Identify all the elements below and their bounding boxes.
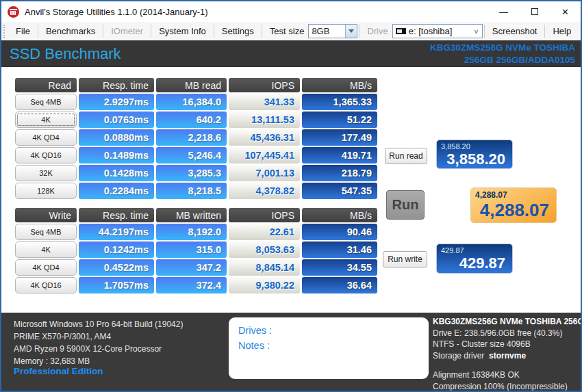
menu-separator [151, 25, 151, 38]
chevron-down-icon: ˅ [470, 27, 481, 36]
read-row-4kqd4-button[interactable]: 4K QD4 [15, 129, 77, 146]
write-row-seq4mb-button[interactable]: Seq 4MB [15, 224, 77, 240]
drive-capacity: Drive E: 238.5/96.0GB free (40.3%) [433, 328, 582, 339]
read-4kqd4-mbs: 177.49 [302, 129, 377, 146]
write-4k-mbs: 31.46 [302, 241, 377, 258]
read-score-box: 3,858.20 3,858.20 [436, 140, 513, 169]
maximize-button[interactable] [519, 1, 550, 22]
read-seq4mb-resp: 2.9297ms [79, 94, 154, 110]
read-seq4mb-mb: 16,384.0 [156, 94, 227, 110]
dropdown-arrow-icon[interactable] [345, 25, 357, 38]
driver-prefix: Storage driver [433, 351, 484, 361]
read-table: Read Resp. time MB read IOPS MB/s Seq 4M… [15, 78, 377, 199]
read-header-mbs: MB/s [302, 78, 377, 92]
read-header-iops: IOPS [229, 78, 300, 92]
read-4kqd4-mb: 2,218.6 [156, 129, 227, 146]
minimize-button[interactable]: — [488, 1, 519, 22]
menu-settings[interactable]: Settings [216, 26, 260, 36]
test-size-value: 8GB [309, 26, 345, 36]
app-icon [8, 6, 19, 18]
drive-label: Drive [361, 26, 392, 36]
write-seq4mb-resp: 44.2197ms [79, 224, 154, 240]
benchmark-header-band: SSD Benchmark KBG30ZMS256G NVMe TOSHIBA … [1, 40, 581, 67]
read-4kqd16-iops: 107,445.41 [229, 147, 300, 164]
read-128k-resp: 0.2284ms [79, 183, 154, 199]
write-4k-resp: 0.1242ms [79, 241, 154, 258]
read-score-small: 3,858.20 [437, 140, 512, 151]
read-32k-iops: 7,001.13 [229, 165, 300, 181]
read-header-mb: MB read [156, 78, 227, 92]
read-row-128k-button[interactable]: 128K [15, 183, 77, 199]
drives-notes-box[interactable]: Drives : Notes : [229, 317, 429, 379]
menu-iometer: IOmeter [105, 26, 149, 36]
read-32k-mb: 3,285.3 [156, 165, 227, 181]
run-write-button[interactable]: Run write [383, 251, 427, 267]
write-row-4kqd16-button[interactable]: 4K QD16 [15, 277, 77, 293]
close-button[interactable]: ✕ [550, 1, 581, 22]
total-score-box: 4,288.07 4,288.07 [470, 187, 557, 223]
write-row-4k-button[interactable]: 4K [15, 241, 77, 258]
read-header-resp: Resp. time [79, 78, 154, 92]
write-4kqd16-mb: 372.4 [156, 277, 227, 293]
menu-benchmarks[interactable]: Benchmarks [40, 26, 101, 36]
os-info: Microsoft Windows 10 Pro 64-bit Build (1… [14, 319, 183, 329]
drive-filesystem: NTFS - Cluster size 4096B [433, 339, 582, 350]
write-4k-iops: 8,053.63 [229, 241, 300, 258]
drive-icon [396, 28, 406, 34]
menu-separator [262, 25, 262, 38]
write-row-4kqd4-button[interactable]: 4K QD4 [15, 259, 77, 276]
write-score-box: 429.87 429.87 [436, 244, 513, 274]
read-row-seq4mb-button[interactable]: Seq 4MB [15, 94, 77, 110]
read-seq4mb-iops: 341.33 [229, 94, 300, 110]
read-4k-resp: 0.0763ms [79, 112, 154, 128]
menu-separator [359, 25, 359, 38]
menu-system-info[interactable]: System Info [153, 26, 212, 36]
drive-alignment: Alignment 16384KB OK [433, 369, 582, 381]
read-row-32k-button[interactable]: 32K [15, 165, 77, 181]
device-line1: KBG30ZMS256G NVMe TOSHIBA [430, 42, 575, 54]
read-score-value: 3,858.20 [437, 151, 512, 171]
read-128k-mb: 8,218.5 [156, 183, 227, 199]
write-header-mbs: MB/s [302, 208, 377, 222]
write-4kqd16-iops: 9,380.22 [229, 277, 300, 293]
read-row-4k-button[interactable]: 4K [15, 112, 77, 128]
menu-separator [38, 25, 38, 38]
drive-details: KBG30ZMS256G NVMe TOSHIBA 256GB Drive E:… [433, 316, 582, 392]
write-header-iops: IOPS [229, 208, 300, 222]
cpu-info: AMD Ryzen 9 5900X 12-Core Processor [14, 344, 162, 354]
menu-bar: File Benchmarks IOmeter System Info Sett… [1, 22, 581, 40]
drive-select[interactable]: e: [toshiba] ˅ [392, 24, 483, 38]
read-4kqd4-iops: 45,436.31 [229, 129, 300, 146]
read-4k-mbs: 51.22 [302, 112, 377, 128]
run-button[interactable]: Run [386, 190, 425, 220]
window-title: Anvil's Storage Utilities 1.1.0 (2014-Ja… [25, 7, 208, 17]
read-32k-resp: 0.1428ms [79, 165, 154, 181]
write-seq4mb-mbs: 90.46 [302, 224, 377, 240]
drive-model: KBG30ZMS256G NVMe TOSHIBA 256GB [433, 316, 582, 328]
read-4k-iops: 13,111.53 [229, 112, 300, 128]
write-4kqd4-mbs: 34.55 [302, 259, 377, 276]
menu-screenshot[interactable]: Screenshot [486, 26, 544, 36]
read-4kqd16-mb: 5,246.4 [156, 147, 227, 164]
edition-label: Professional Edition [14, 366, 103, 376]
device-info: KBG30ZMS256G NVMe TOSHIBA 256GB 256GB/AD… [430, 42, 575, 66]
menu-separator [103, 25, 103, 38]
total-score-small: 4,288.07 [471, 188, 556, 200]
write-4kqd16-resp: 1.7057ms [79, 277, 154, 293]
read-seq4mb-mbs: 1,365.33 [302, 94, 377, 110]
notes-label: Notes : [238, 338, 429, 353]
test-size-select[interactable]: 8GB [308, 24, 357, 38]
write-4kqd4-resp: 0.4522ms [79, 259, 154, 276]
title-bar: Anvil's Storage Utilities 1.1.0 (2014-Ja… [1, 1, 581, 22]
write-4k-mb: 315.0 [156, 241, 227, 258]
read-4kqd16-mbs: 419.71 [302, 147, 377, 164]
read-4kqd16-resp: 0.1489ms [79, 147, 154, 164]
write-seq4mb-iops: 22.61 [229, 224, 300, 240]
read-32k-mbs: 218.79 [302, 165, 377, 181]
drive-value: e: [toshiba] [409, 26, 471, 36]
run-read-button[interactable]: Run read [385, 148, 427, 164]
menu-file[interactable]: File [10, 26, 36, 36]
menu-separator [484, 25, 485, 38]
menu-help[interactable]: Help [546, 26, 577, 36]
read-row-4kqd16-button[interactable]: 4K QD16 [15, 147, 77, 164]
